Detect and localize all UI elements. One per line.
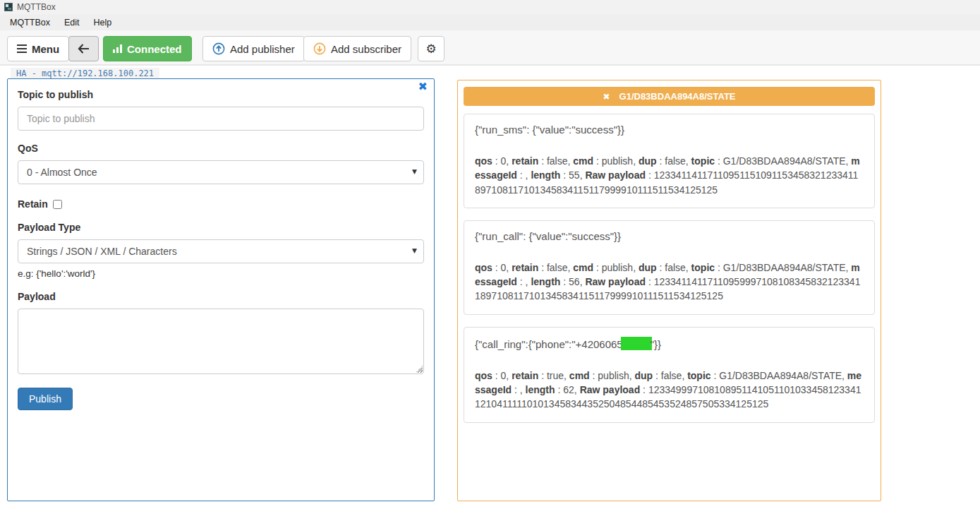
payload-type-hint: e.g: {'hello':'world'} bbox=[18, 268, 424, 279]
connected-label: Connected bbox=[127, 43, 182, 55]
toolbar: Menu Connected Add publisher Add subscri… bbox=[0, 30, 980, 66]
topic-label: Topic to publish bbox=[18, 89, 424, 100]
menu-edit[interactable]: Edit bbox=[57, 16, 87, 30]
publisher-close-icon[interactable]: ✖ bbox=[418, 81, 428, 92]
connection-tab-row: HA - mqtt://192.168.100.221 bbox=[0, 66, 980, 78]
back-arrow-icon bbox=[78, 44, 90, 54]
add-publisher-button[interactable]: Add publisher bbox=[202, 36, 305, 61]
message-payload: {"call_ring":{"phone":"+4206065"}} bbox=[475, 337, 864, 350]
subscriber-topic-label: G1/D83BDAA894A8/STATE bbox=[619, 91, 736, 102]
message-card: {"call_ring":{"phone":"+4206065"}} qos :… bbox=[464, 327, 875, 423]
message-payload: {"run_call": {"value":"success"}} bbox=[475, 230, 864, 242]
qos-label: QoS bbox=[18, 143, 424, 154]
message-card: {"run_sms": {"value":"success"}} qos : 0… bbox=[464, 114, 875, 208]
message-meta: qos : 0, retain : false, cmd : publish, … bbox=[475, 261, 864, 304]
message-payload: {"run_sms": {"value":"success"}} bbox=[475, 124, 864, 136]
publish-button[interactable]: Publish bbox=[18, 388, 73, 410]
menu-button[interactable]: Menu bbox=[7, 36, 69, 61]
menu-help[interactable]: Help bbox=[87, 16, 119, 30]
publisher-panel: ✖ Topic to publish QoS 0 - Almost Once ▼… bbox=[7, 78, 435, 501]
subscriber-panel: ✖ G1/D83BDAA894A8/STATE {"run_sms": {"va… bbox=[457, 80, 881, 501]
app-window-icon bbox=[4, 3, 13, 11]
add-publisher-label: Add publisher bbox=[230, 43, 295, 55]
back-button[interactable] bbox=[68, 36, 99, 61]
arrow-up-circle-icon bbox=[212, 42, 225, 55]
menu-button-label: Menu bbox=[32, 43, 59, 55]
message-meta: qos : 0, retain : false, cmd : publish, … bbox=[475, 154, 864, 197]
payload-label: Payload bbox=[18, 291, 424, 302]
qos-select[interactable]: 0 - Almost Once bbox=[18, 160, 424, 184]
menu-mqttbox[interactable]: MQTTBox bbox=[3, 16, 57, 30]
message-card: {"run_call": {"value":"success"}} qos : … bbox=[464, 220, 875, 315]
close-icon[interactable]: ✖ bbox=[603, 92, 610, 102]
payload-type-label: Payload Type bbox=[18, 222, 424, 233]
window-titlebar: MQTTBox bbox=[0, 0, 980, 14]
redaction-block bbox=[621, 337, 652, 350]
add-subscriber-button[interactable]: Add subscriber bbox=[303, 36, 411, 61]
gear-icon: ⚙ bbox=[425, 43, 436, 55]
subscriber-topic-header[interactable]: ✖ G1/D83BDAA894A8/STATE bbox=[464, 87, 875, 106]
payload-type-select[interactable]: Strings / JSON / XML / Characters bbox=[18, 239, 424, 263]
payload-textarea[interactable] bbox=[18, 309, 424, 374]
retain-checkbox[interactable] bbox=[53, 200, 62, 209]
arrow-down-circle-icon bbox=[313, 42, 326, 55]
signal-bars-icon bbox=[113, 44, 122, 53]
retain-label: Retain bbox=[18, 198, 48, 210]
topic-input[interactable] bbox=[18, 107, 424, 131]
hamburger-icon bbox=[17, 44, 27, 53]
menubar: MQTTBox Edit Help bbox=[0, 14, 980, 30]
connected-status-button[interactable]: Connected bbox=[103, 36, 192, 61]
message-meta: qos : 0, retain : true, cmd : publish, d… bbox=[475, 369, 864, 412]
settings-button[interactable]: ⚙ bbox=[418, 36, 444, 61]
window-title: MQTTBox bbox=[17, 2, 56, 12]
add-subscriber-label: Add subscriber bbox=[331, 43, 401, 55]
